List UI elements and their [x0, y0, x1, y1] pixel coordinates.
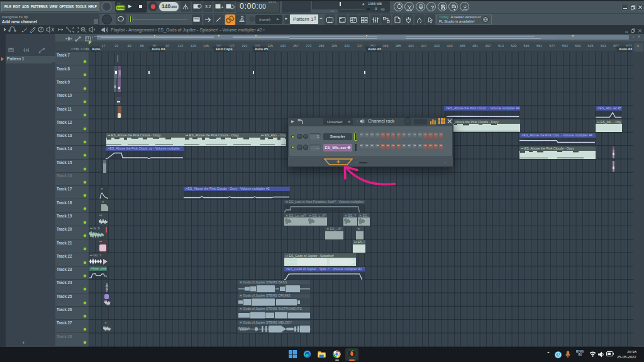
svg-text:625: 625: [588, 44, 594, 48]
svg-text:577: 577: [549, 44, 555, 48]
svg-text:3.2: 3.2: [205, 4, 211, 9]
svg-text:17: 17: [102, 44, 106, 48]
svg-text:49: 49: [127, 44, 131, 48]
svg-text:273: 273: [306, 44, 311, 48]
svg-text:401: 401: [408, 44, 414, 48]
svg-text:321: 321: [344, 44, 350, 48]
svg-text:113: 113: [178, 44, 184, 48]
svg-text:65: 65: [140, 44, 144, 48]
svg-text:241: 241: [280, 44, 286, 48]
svg-text:337: 337: [357, 44, 363, 48]
svg-text:449: 449: [447, 44, 452, 48]
svg-text:97: 97: [166, 44, 170, 48]
svg-text:+: +: [221, 4, 224, 10]
svg-text:?: ?: [431, 4, 434, 11]
svg-text:385: 385: [396, 44, 401, 48]
svg-text:257: 257: [293, 44, 299, 48]
svg-text:609: 609: [575, 44, 580, 48]
svg-text:369: 369: [383, 44, 389, 48]
svg-text:481: 481: [472, 44, 478, 48]
svg-text:305: 305: [331, 44, 337, 48]
svg-text:641: 641: [601, 44, 606, 48]
svg-text:561: 561: [536, 44, 542, 48]
svg-text:513: 513: [498, 44, 504, 48]
svg-text:289: 289: [319, 44, 325, 48]
svg-text:193: 193: [242, 44, 247, 48]
svg-text:417: 417: [421, 44, 427, 48]
svg-text:529: 529: [511, 44, 516, 48]
svg-text:225: 225: [267, 44, 273, 48]
svg-text:145: 145: [203, 44, 209, 48]
svg-text:33: 33: [114, 44, 118, 48]
svg-text:129: 129: [191, 44, 196, 48]
svg-text:497: 497: [486, 44, 491, 48]
svg-text:433: 433: [434, 44, 440, 48]
svg-text:593: 593: [562, 44, 568, 48]
svg-text:545: 545: [524, 44, 530, 48]
svg-text:465: 465: [460, 44, 465, 48]
